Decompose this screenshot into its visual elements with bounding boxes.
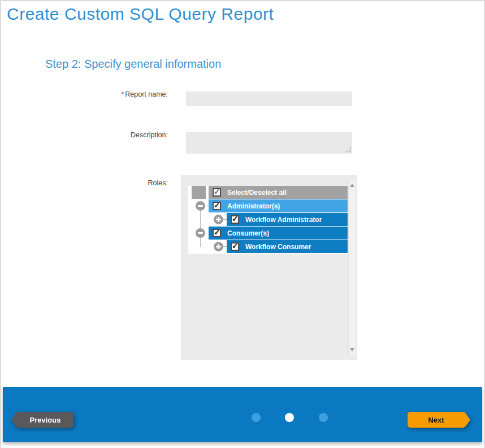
checkbox[interactable] (213, 202, 221, 210)
tree-row-label: Workflow Consumer (245, 243, 311, 251)
step-heading: Step 2: Specify general information (45, 58, 221, 71)
checkbox[interactable] (213, 229, 221, 237)
tree-row-workflow-consumer[interactable]: Workflow Consumer (227, 240, 348, 253)
report-name-label-text: Report name: (125, 90, 168, 98)
required-marker: * (121, 90, 124, 98)
next-button-label: Next (428, 416, 444, 424)
tree-header-stub-cell (192, 186, 206, 199)
vertical-scrollbar[interactable] (348, 180, 357, 355)
collapse-icon[interactable] (196, 201, 205, 211)
step-dot-2-active[interactable] (285, 413, 294, 422)
page-title: Create Custom SQL Query Report (7, 5, 274, 24)
select-all-label: Select/Deselect all (227, 189, 287, 197)
tree-row-label: Administrator(s) (227, 202, 280, 210)
tree-connector (200, 238, 201, 247)
expand-icon[interactable] (214, 215, 223, 224)
roles-listbox: Select/Deselect all Administrator(s) Wor… (181, 175, 357, 360)
checkbox[interactable] (231, 215, 239, 224)
description-field-wrap (186, 132, 352, 154)
collapse-icon[interactable] (196, 228, 205, 238)
tree-row-administrators[interactable]: Administrator(s) (209, 199, 348, 212)
description-input[interactable] (186, 132, 352, 154)
tree-row-workflow-administrator[interactable]: Workflow Administrator (227, 213, 348, 226)
wizard-footer: Previous Next (3, 387, 482, 442)
previous-button[interactable]: Previous (17, 412, 73, 428)
expand-icon[interactable] (214, 242, 223, 251)
tree-connector (200, 211, 201, 228)
scroll-up-icon[interactable] (350, 184, 354, 187)
step-dot-1[interactable] (252, 413, 261, 422)
description-label: Description: (97, 131, 168, 139)
tree-row-label: Workflow Administrator (245, 216, 322, 224)
scroll-down-icon[interactable] (350, 348, 354, 351)
roles-label: Roles: (97, 179, 168, 187)
select-all-checkbox[interactable] (213, 188, 221, 197)
tree-header-row[interactable]: Select/Deselect all (209, 186, 348, 199)
checkbox[interactable] (231, 242, 239, 251)
report-name-input[interactable] (186, 92, 352, 106)
next-button[interactable]: Next (408, 412, 465, 428)
wizard-page: Create Custom SQL Query Report Step 2: S… (0, 0, 485, 448)
step-dot-3[interactable] (319, 413, 328, 422)
report-name-label: *Report name: (97, 90, 168, 98)
tree-row-label: Consumer(s) (227, 229, 269, 237)
previous-button-label: Previous (30, 416, 61, 424)
tree-row-consumers[interactable]: Consumer(s) (209, 227, 348, 240)
